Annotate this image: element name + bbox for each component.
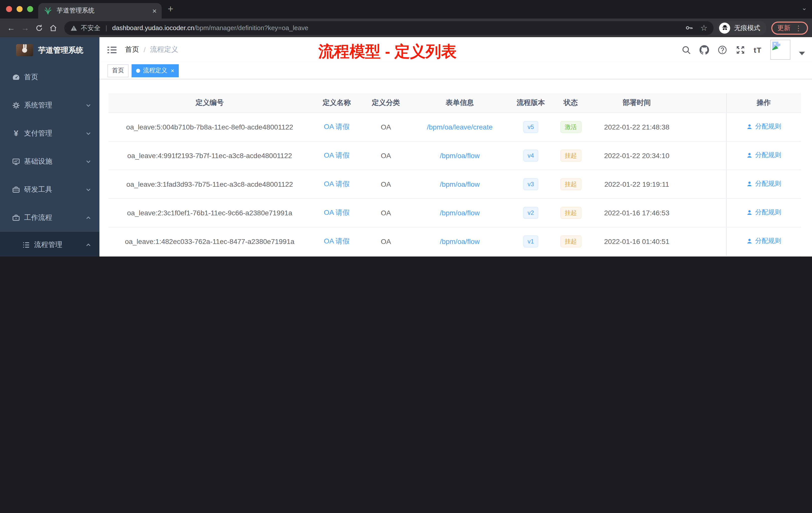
user-icon bbox=[746, 238, 753, 244]
assign-rule-button[interactable]: 分配规则 bbox=[746, 122, 781, 131]
tag-close-icon[interactable]: × bbox=[171, 67, 174, 74]
cell-definition-id: oa_leave:2:3c1f0ef1-76b1-11ec-9c66-a2380… bbox=[109, 198, 311, 227]
sidebar-item-label: 工作流程 bbox=[24, 213, 52, 222]
hamburger-icon[interactable] bbox=[107, 46, 117, 54]
definition-name-link[interactable]: OA 请假 bbox=[324, 237, 350, 245]
sidebar-item-process-management[interactable]: 流程管理 bbox=[0, 232, 99, 256]
sidebar-item-payment[interactable]: ¥ 支付管理 bbox=[0, 119, 99, 148]
tab-close-icon[interactable]: × bbox=[152, 7, 157, 14]
fontsize-icon[interactable]: tT bbox=[754, 46, 762, 54]
col-definition-id: 定义编号 bbox=[109, 93, 311, 113]
list-icon bbox=[22, 241, 30, 249]
caret-down-icon[interactable] bbox=[799, 52, 805, 55]
col-definition-name: 定义名称 bbox=[311, 93, 362, 113]
avatar[interactable] bbox=[770, 40, 790, 60]
version-badge: v5 bbox=[523, 121, 538, 133]
reload-button[interactable] bbox=[32, 23, 46, 32]
assign-rule-button[interactable]: 分配规则 bbox=[746, 179, 781, 188]
sidebar-item-label: 流程管理 bbox=[34, 240, 62, 249]
sidebar-item-label: 支付管理 bbox=[24, 129, 52, 138]
home-button[interactable] bbox=[46, 23, 60, 32]
form-link[interactable]: /bpm/oa/leave/create bbox=[427, 123, 493, 131]
cell-definition-id: oa_leave:5:004b710b-7b8a-11ec-8ef0-acde4… bbox=[109, 113, 311, 141]
tag-home[interactable]: 首页 bbox=[108, 64, 128, 77]
sidebar-logo[interactable]: 芋道管理系统 bbox=[0, 37, 99, 63]
browser-tab[interactable]: 芋道管理系统 × bbox=[38, 3, 162, 19]
table-row: oa_leave:5:004b710b-7b8a-11ec-8ef0-acde4… bbox=[109, 113, 801, 141]
cell-category: OA bbox=[362, 227, 409, 255]
address-bar[interactable]: 不安全 | dashboard.yudao.iocoder.cn/bpm/man… bbox=[64, 21, 714, 35]
sidebar-item-workflow[interactable]: 工作流程 bbox=[0, 204, 99, 232]
password-key-icon[interactable] bbox=[685, 24, 693, 32]
browser-menu-icon[interactable]: ⋮ bbox=[795, 24, 802, 32]
form-link[interactable]: /bpm/oa/flow bbox=[440, 180, 480, 188]
tab-strip: 芋道管理系统 × + ⌄ bbox=[0, 0, 812, 19]
table-row: oa_leave:4:991f2193-7b7f-11ec-a3c8-acde4… bbox=[109, 141, 801, 170]
form-link[interactable]: /bpm/oa/flow bbox=[440, 209, 480, 217]
chevron-down-icon bbox=[85, 187, 91, 193]
col-deploy-time: 部署时间 bbox=[590, 93, 684, 113]
assign-rule-button[interactable]: 分配规则 bbox=[746, 237, 781, 246]
form-link[interactable]: /bpm/oa/flow bbox=[440, 151, 480, 159]
minimize-window-button[interactable] bbox=[17, 6, 23, 12]
app-header: 首页 / 流程定义 流程模型 - 定义列表 tT bbox=[99, 37, 812, 62]
url-host: dashboard.yudao.iocoder.cn bbox=[112, 24, 194, 32]
new-tab-button[interactable]: + bbox=[168, 3, 173, 14]
breadcrumb-home[interactable]: 首页 bbox=[125, 45, 139, 54]
assign-rule-button[interactable]: 分配规则 bbox=[746, 151, 781, 160]
definition-name-link[interactable]: OA 请假 bbox=[324, 179, 350, 187]
close-window-button[interactable] bbox=[6, 6, 12, 12]
cell-definition-id: oa_leave:3:1fad3d93-7b75-11ec-a3c8-acde4… bbox=[109, 170, 311, 198]
search-icon[interactable] bbox=[682, 45, 691, 55]
yen-icon: ¥ bbox=[12, 129, 20, 138]
browser-update-button[interactable]: 更新 ⋮ bbox=[771, 21, 808, 34]
user-icon bbox=[746, 209, 753, 216]
cell-category: OA bbox=[362, 170, 409, 198]
cell-deploy-time: 2022-01-22 19:19:11 bbox=[590, 170, 684, 198]
zoom-window-button[interactable] bbox=[27, 6, 33, 12]
sidebar-item-system[interactable]: 系统管理 bbox=[0, 91, 99, 119]
url-text[interactable]: dashboard.yudao.iocoder.cn/bpm/manager/d… bbox=[112, 24, 308, 32]
red-annotation-title: 流程模型 - 定义列表 bbox=[318, 41, 457, 62]
fullscreen-icon[interactable] bbox=[736, 45, 745, 55]
table-row: oa_leave:2:3c1f0ef1-76b1-11ec-9c66-a2380… bbox=[109, 198, 801, 227]
back-button[interactable]: ← bbox=[4, 23, 18, 32]
bookmark-star-icon[interactable]: ☆ bbox=[700, 23, 707, 33]
monitor-icon bbox=[12, 158, 20, 165]
incognito-icon bbox=[719, 22, 730, 33]
status-badge: 激活 bbox=[560, 121, 581, 133]
form-link[interactable]: /bpm/oa/flow bbox=[440, 237, 480, 245]
browser-window: 芋道管理系统 × + ⌄ ← → 不安全 | dashboard.yudao.i… bbox=[0, 0, 812, 256]
app-title: 芋道管理系统 bbox=[38, 46, 83, 55]
definition-name-link[interactable]: OA 请假 bbox=[324, 122, 350, 130]
incognito-label: 无痕模式 bbox=[734, 23, 760, 32]
briefcase-icon bbox=[12, 214, 20, 222]
cell-category: OA bbox=[362, 141, 409, 170]
chevron-down-icon bbox=[85, 102, 91, 109]
forward-button[interactable]: → bbox=[18, 23, 32, 32]
sidebar-item-infrastructure[interactable]: 基础设施 bbox=[0, 148, 99, 176]
chevron-down-icon bbox=[85, 159, 91, 164]
definition-name-link[interactable]: OA 请假 bbox=[324, 151, 350, 159]
home-icon bbox=[49, 24, 57, 32]
tab-search-icon[interactable]: ⌄ bbox=[802, 4, 807, 11]
security-label[interactable]: 不安全 bbox=[81, 23, 100, 32]
browser-toolbar: ← → 不安全 | dashboard.yudao.iocoder.cn/bpm… bbox=[0, 19, 812, 37]
cell-definition-id: oa_leave:1:482ec033-762a-11ec-8477-a2380… bbox=[109, 227, 311, 255]
github-icon[interactable] bbox=[699, 45, 709, 55]
col-status: 状态 bbox=[551, 93, 590, 113]
sidebar-item-home[interactable]: 首页 bbox=[0, 63, 99, 91]
col-filler bbox=[684, 93, 726, 113]
tag-label: 流程定义 bbox=[143, 66, 167, 75]
sidebar-item-label: 首页 bbox=[24, 73, 38, 82]
table-header-row: 定义编号 定义名称 定义分类 表单信息 流程版本 状态 部署时间 操作 bbox=[109, 93, 801, 113]
question-icon[interactable] bbox=[718, 45, 727, 55]
tags-view: 首页 流程定义 × bbox=[99, 62, 812, 79]
assign-rule-button[interactable]: 分配规则 bbox=[746, 208, 781, 217]
breadcrumb-current: 流程定义 bbox=[150, 45, 178, 54]
sidebar-item-dev-tools[interactable]: 研发工具 bbox=[0, 176, 99, 204]
tag-process-definition[interactable]: 流程定义 × bbox=[132, 64, 179, 77]
definition-name-link[interactable]: OA 请假 bbox=[324, 208, 350, 216]
col-process-version: 流程版本 bbox=[510, 93, 551, 113]
status-badge: 挂起 bbox=[560, 207, 581, 219]
